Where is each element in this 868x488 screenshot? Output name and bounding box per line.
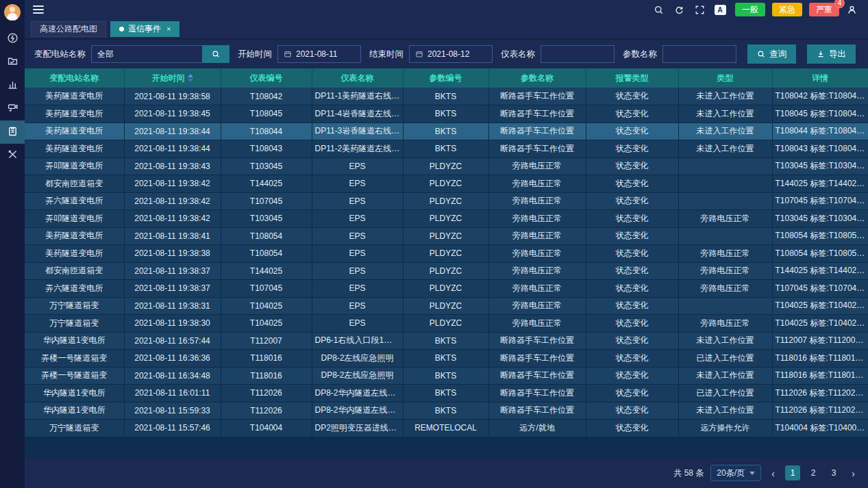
table-row[interactable]: 美药隧道变电所2021-08-11 19:38:38T108054EPSPLDY… <box>25 245 868 263</box>
table-cell: 状态变化 <box>586 350 678 368</box>
table-cell: BKTS <box>403 402 488 420</box>
col-param-no[interactable]: 参数编号 <box>403 68 488 88</box>
table-row[interactable]: 华内隧道1变电所2021-08-11 15:59:33T112026DP8-2华… <box>25 402 868 420</box>
meter-name-input[interactable] <box>541 45 615 63</box>
sidebar-item-overview[interactable] <box>0 27 25 51</box>
table-row[interactable]: 都安南匝道箱变2021-08-11 19:38:42T144025EPSPLDY… <box>25 175 868 193</box>
table-cell: PLDYZC <box>403 245 488 263</box>
table-cell: T104025 <box>221 297 312 315</box>
table-row[interactable]: 弄楼一号隧道箱变2021-08-11 16:36:36T118016DP8-2左… <box>25 350 868 368</box>
start-date-picker[interactable]: 2021-08-11 <box>277 45 361 63</box>
table-row[interactable]: 美药隧道变电所2021-08-11 19:38:41T108054EPSPLDY… <box>25 227 868 245</box>
export-button[interactable]: 导出 <box>807 44 856 64</box>
query-button[interactable]: 查询 <box>747 44 796 64</box>
table-cell: T144025 <box>221 262 312 280</box>
table-cell: BKTS <box>403 350 488 368</box>
table-cell: T112026 标签:T112026 ... <box>772 402 868 420</box>
table-row[interactable]: 万宁隧道箱变2021-08-11 19:38:31T104025EPSPLDYZ… <box>25 297 868 315</box>
col-type[interactable]: 类型 <box>678 68 772 88</box>
table-row[interactable]: 弄叩隧道变电所2021-08-11 19:38:43T103045EPSPLDY… <box>25 157 868 175</box>
table-cell: 2021-08-11 19:38:37 <box>124 262 221 280</box>
sidebar-item-events[interactable] <box>0 120 25 144</box>
end-date-picker[interactable]: 2021-08-12 <box>409 45 493 63</box>
menu-toggle-icon[interactable] <box>33 5 44 14</box>
table-cell: BKTS <box>403 105 488 123</box>
table-cell: 旁路电压正常 <box>678 280 772 298</box>
table-row[interactable]: 弄叩隧道变电所2021-08-11 19:38:42T103045EPSPLDY… <box>25 210 868 228</box>
page-number-button[interactable]: 3 <box>826 465 841 480</box>
col-alarm-type[interactable]: 报警类型 <box>586 68 678 88</box>
col-station[interactable]: 变配电站名称 <box>25 68 124 88</box>
search-icon[interactable] <box>650 2 667 17</box>
col-start-time[interactable]: 开始时间 <box>124 68 221 88</box>
page-number-button[interactable]: 2 <box>806 465 821 480</box>
next-page-button[interactable]: › <box>848 468 858 478</box>
col-param-name[interactable]: 参数名称 <box>488 68 586 88</box>
table-row[interactable]: 弄楼一号隧道箱变2021-08-11 16:34:48T118016DP8-2左… <box>25 367 868 385</box>
table-cell: T107045 标签:T107045 ... <box>772 192 868 210</box>
table-cell: PLDYZC <box>403 175 488 193</box>
tab-telesignal-events[interactable]: 遥信事件 × <box>110 21 179 37</box>
sidebar-item-tools[interactable] <box>0 144 25 167</box>
table-row[interactable]: 美药隧道变电所2021-08-11 19:38:45T108045DP11-4岩… <box>25 105 868 123</box>
sidebar-item-files[interactable] <box>0 51 25 74</box>
table-cell: 美药隧道变电所 <box>25 123 124 140</box>
table-cell: BKTS <box>403 88 488 105</box>
table-cell: 旁路电压正常 <box>488 297 586 315</box>
table-cell: 状态变化 <box>586 210 678 228</box>
general-alarm-badge[interactable]: 一般 <box>735 3 765 16</box>
table-row[interactable]: 美药隧道变电所2021-08-11 19:38:58T108042DP11-1美… <box>25 88 868 105</box>
table-cell: EPS <box>312 157 403 175</box>
user-icon[interactable] <box>843 2 860 17</box>
avatar[interactable] <box>4 4 21 21</box>
table-cell: T108042 标签:T108042 ... <box>772 88 868 105</box>
table-row[interactable]: 华内隧道1变电所2021-08-11 16:57:44T112007DP6-1右… <box>25 332 868 350</box>
table-cell: 2021-08-11 19:38:38 <box>124 245 221 263</box>
meter-name-label: 仪表名称 <box>501 49 535 60</box>
table-row[interactable]: 万宁隧道箱变2021-08-11 15:57:46T104004DP2照明变压器… <box>25 420 868 437</box>
sidebar-item-monitoring[interactable] <box>0 97 25 120</box>
sort-icon[interactable] <box>188 74 193 82</box>
table-cell: 2021-08-11 19:38:43 <box>124 157 221 175</box>
station-input[interactable] <box>91 45 202 63</box>
severe-alarm-badge[interactable]: 严重4 <box>809 3 839 16</box>
tab-close-icon[interactable]: × <box>166 25 171 33</box>
table-cell: T107045 <box>221 192 312 210</box>
col-detail[interactable]: 详情 <box>772 68 868 88</box>
table-row[interactable]: 万宁隧道箱变2021-08-11 19:38:30T104025EPSPLDYZ… <box>25 315 868 333</box>
param-name-input[interactable] <box>662 45 736 63</box>
table-cell: 旁路电压正常 <box>488 157 586 175</box>
table-cell: PLDYZC <box>403 210 488 228</box>
table-cell: 2021-08-11 16:57:44 <box>124 332 221 350</box>
page-number-button[interactable]: 1 <box>785 465 800 480</box>
table-cell: 美药隧道变电所 <box>25 88 124 105</box>
table-cell: 弄六隧道变电所 <box>25 280 124 298</box>
tab-bar: 高速公路配电图 遥信事件 × <box>25 19 868 40</box>
table-cell: EPS <box>312 280 403 298</box>
page-size-select[interactable]: 20条/页 <box>710 465 761 481</box>
table-row[interactable]: 美药隧道变电所2021-08-11 19:38:44T108044DP11-3岩… <box>25 123 868 140</box>
camera-icon <box>7 102 18 116</box>
station-search-button[interactable] <box>202 45 230 63</box>
table-row[interactable]: 华内隧道1变电所2021-08-11 16:01:11T112026DP8-2华… <box>25 385 868 402</box>
urgent-alarm-badge[interactable]: 紧急 <box>772 3 802 16</box>
table-row[interactable]: 美药隧道变电所2021-08-11 19:38:44T108043DP11-2美… <box>25 140 868 158</box>
table-cell: 旁路电压正常 <box>488 210 586 228</box>
table-row[interactable]: 都安南匝道箱变2021-08-11 19:38:37T144025EPSPLDY… <box>25 262 868 280</box>
prev-page-button[interactable]: ‹ <box>768 468 778 478</box>
table-cell: T108054 <box>221 227 312 245</box>
refresh-icon[interactable] <box>671 2 687 17</box>
table-cell: 未进入工作位置 <box>678 332 772 350</box>
table-row[interactable]: 弄六隧道变电所2021-08-11 19:38:42T107045EPSPLDY… <box>25 192 868 210</box>
fullscreen-icon[interactable] <box>691 2 708 17</box>
table-cell: EPS <box>312 175 403 193</box>
sidebar-item-statistics[interactable] <box>0 74 25 97</box>
translate-icon[interactable]: A <box>712 2 728 17</box>
col-meter-no[interactable]: 仪表编号 <box>221 68 312 88</box>
table-cell: 弄叩隧道变电所 <box>25 210 124 228</box>
tab-power-diagram[interactable]: 高速公路配电图 <box>31 21 106 37</box>
table-cell: PLDYZC <box>403 227 488 245</box>
table-row[interactable]: 弄六隧道变电所2021-08-11 19:38:37T107045EPSPLDY… <box>25 280 868 298</box>
col-meter-name[interactable]: 仪表名称 <box>312 68 403 88</box>
main-area: A 一般 紧急 严重4 高速公路配电图 遥信事件 × 变配电站名称 开始时间 <box>25 0 868 488</box>
